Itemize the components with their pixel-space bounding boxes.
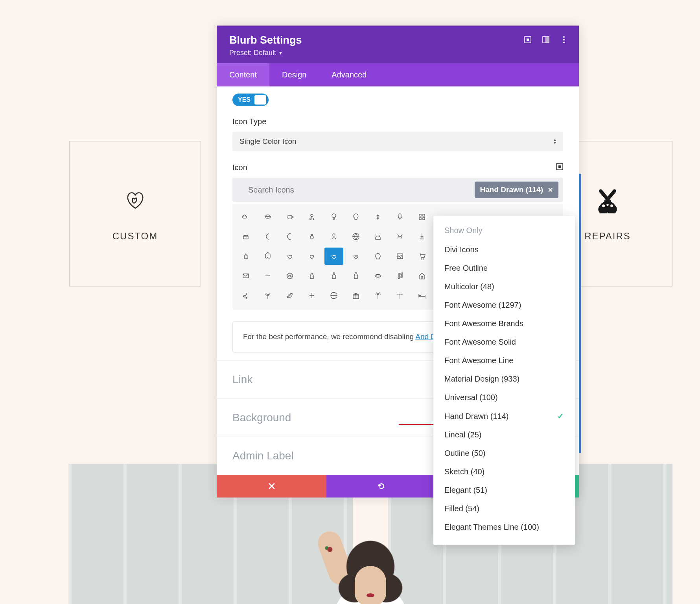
icon-option-cresc[interactable] — [280, 228, 299, 245]
icon-option-bowl[interactable] — [258, 208, 277, 226]
bg-card-custom[interactable]: CUSTOM — [69, 141, 201, 286]
icon-option-music[interactable] — [391, 267, 409, 285]
icon-option-circle3[interactable] — [280, 307, 299, 310]
modal-header: Blurb Settings Preset: Default ▼ — [217, 26, 579, 63]
icon-type-select[interactable]: Single Color Icon ▲▼ — [232, 132, 563, 151]
close-icon[interactable]: ✕ — [548, 186, 553, 194]
settings-tabs: Content Design Advanced — [217, 63, 579, 86]
icon-option-circle1[interactable] — [236, 307, 255, 310]
dropdown-item[interactable]: Elegant Themes Line (100) — [433, 518, 575, 536]
icon-option-bulb[interactable] — [324, 208, 343, 226]
expand-section-icon[interactable] — [556, 163, 563, 172]
expand-icon[interactable] — [524, 36, 532, 44]
dropdown-item-label: Multicolor (48) — [444, 282, 494, 291]
dropdown-item[interactable]: Hand Drawn (114)✓ — [433, 407, 575, 426]
icon-option-bottle3[interactable] — [346, 267, 365, 285]
dropdown-item[interactable]: Font Awesome (1297) — [433, 296, 575, 314]
icon-option-grid[interactable] — [413, 208, 431, 226]
search-icons-input[interactable] — [248, 185, 475, 195]
svg-point-9 — [563, 36, 565, 38]
icon-option-house[interactable] — [413, 267, 431, 285]
icon-option-image[interactable] — [391, 248, 409, 265]
icon-option-wheat[interactable] — [368, 208, 387, 226]
icon-option-sprout[interactable] — [258, 287, 277, 304]
icon-option-palm2[interactable] — [391, 287, 409, 304]
use-icon-toggle[interactable]: YES — [232, 94, 269, 106]
icon-option-plus[interactable] — [302, 287, 321, 304]
icon-option-bulb2[interactable] — [346, 208, 365, 226]
filter-chip-hand-drawn[interactable]: Hand Drawn (114) ✕ — [475, 182, 558, 198]
dropdown-item[interactable]: Lineal (25) — [433, 426, 575, 444]
dropdown-item[interactable]: Filled (54) — [433, 499, 575, 518]
icon-option-brain[interactable] — [258, 248, 277, 265]
icon-option-cloud[interactable] — [236, 208, 255, 226]
icon-option-bottle1[interactable] — [302, 267, 321, 285]
icon-option-goat[interactable] — [391, 228, 409, 245]
select-arrows-icon: ▲▼ — [553, 138, 557, 145]
icon-option-mail[interactable] — [236, 267, 255, 285]
icon-option-butterfly[interactable] — [302, 307, 321, 310]
icon-option-person[interactable] — [324, 228, 343, 245]
icon-option-bed[interactable] — [413, 287, 431, 304]
icon-search-row: Hand Drawn (114) ✕ — [232, 178, 563, 202]
icon-option-globe3[interactable] — [346, 307, 365, 310]
dropdown-item[interactable]: Sketch (40) — [433, 463, 575, 481]
icon-option-hand[interactable] — [236, 248, 255, 265]
dropdown-item-label: Hand Drawn (114) — [444, 412, 508, 421]
dropdown-item[interactable]: Free Outline — [433, 259, 575, 277]
icon-option-person2[interactable] — [368, 307, 387, 310]
dropdown-item[interactable]: Font Awesome Line — [433, 351, 575, 370]
icon-option-heartleaf[interactable] — [324, 248, 343, 265]
tab-content[interactable]: Content — [217, 63, 269, 86]
dropdown-item[interactable]: Universal (100) — [433, 388, 575, 407]
icon-option-globe[interactable] — [346, 228, 365, 245]
icon-option-car[interactable] — [391, 307, 409, 310]
icon-option-flower[interactable] — [302, 208, 321, 226]
icon-option-heart1[interactable] — [280, 248, 299, 265]
dropdown-item[interactable]: Outline (50) — [433, 444, 575, 463]
icon-option-skull[interactable] — [368, 248, 387, 265]
cancel-button[interactable] — [217, 475, 326, 498]
icon-option-cart2[interactable] — [413, 248, 431, 265]
tab-advanced[interactable]: Advanced — [319, 63, 379, 86]
svg-point-11 — [563, 42, 565, 43]
panel-toggle-icon[interactable] — [542, 36, 550, 44]
icon-option-cake[interactable] — [236, 228, 255, 245]
toggle-label: YES — [238, 96, 251, 103]
icon-option-circle2[interactable] — [258, 307, 277, 310]
icon-option-minus[interactable] — [258, 267, 277, 285]
icon-option-snowman[interactable] — [302, 228, 321, 245]
dropdown-item[interactable]: Divi Icons — [433, 240, 575, 259]
icon-option-globe2[interactable] — [324, 287, 343, 304]
more-menu-icon[interactable] — [560, 36, 568, 44]
icon-option-moon[interactable] — [258, 228, 277, 245]
icon-option-palm[interactable] — [368, 287, 387, 304]
icon-option-cup[interactable] — [280, 208, 299, 226]
dropdown-item[interactable]: Elegant (51) — [433, 481, 575, 499]
dropdown-item-label: Font Awesome Solid — [444, 338, 516, 347]
dropdown-item-label: Font Awesome (1297) — [444, 301, 521, 310]
caret-down-icon: ▼ — [278, 51, 283, 55]
preset-dropdown[interactable]: Preset: Default ▼ — [229, 49, 283, 57]
reset-button[interactable] — [326, 475, 436, 498]
dropdown-item[interactable]: Multicolor (48) — [433, 277, 575, 296]
perf-text: For the best performance, we recommend d… — [243, 332, 414, 341]
icon-option-bottle2[interactable] — [324, 267, 343, 285]
tab-design[interactable]: Design — [269, 63, 319, 86]
icon-option-eye[interactable] — [368, 267, 387, 285]
dropdown-item[interactable]: Material Design (933) — [433, 370, 575, 388]
dropdown-item[interactable]: Font Awesome Solid — [433, 333, 575, 351]
icon-option-leaf[interactable] — [280, 287, 299, 304]
icon-option-heart2[interactable] — [302, 248, 321, 265]
icon-option-gift[interactable] — [346, 287, 365, 304]
icon-option-download[interactable] — [413, 228, 431, 245]
dropdown-item[interactable]: Font Awesome Brands — [433, 314, 575, 333]
icon-option-ball[interactable] — [280, 267, 299, 285]
icon-option-square[interactable] — [413, 307, 431, 310]
modal-title: Blurb Settings — [229, 34, 566, 46]
icon-option-share[interactable] — [236, 287, 255, 304]
icon-option-heartsel[interactable] — [346, 248, 365, 265]
icon-option-dots[interactable] — [324, 307, 343, 310]
icon-option-dog[interactable] — [368, 228, 387, 245]
icon-option-mic[interactable] — [391, 208, 409, 226]
